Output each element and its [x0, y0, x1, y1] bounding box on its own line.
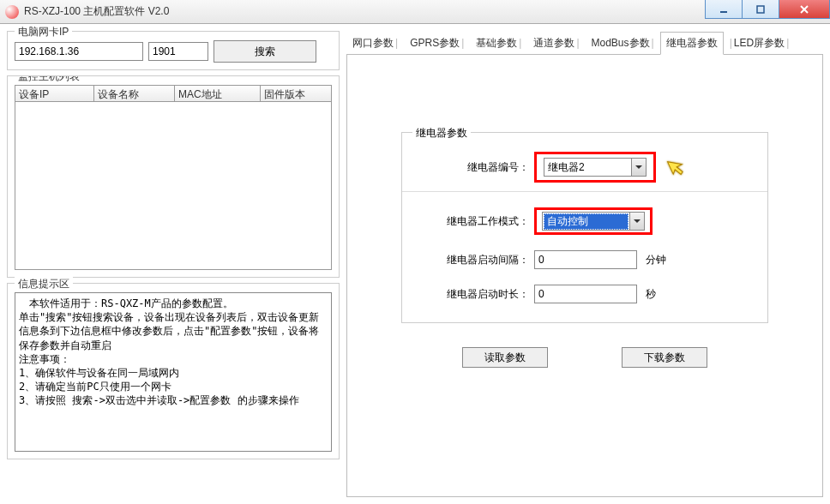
relay-interval-input[interactable]	[534, 250, 637, 269]
port-input[interactable]	[148, 42, 208, 61]
col-name[interactable]: 设备名称	[94, 86, 175, 101]
hostlist-group: 监控主机列表 设备IP 设备名称 MAC地址 固件版本	[7, 75, 340, 278]
close-button[interactable]	[779, 0, 830, 19]
col-ip[interactable]: 设备IP	[15, 86, 94, 101]
tab-gprs[interactable]: GPRS参数|	[404, 32, 470, 55]
search-button[interactable]: 搜索	[214, 40, 316, 63]
tab-modbus[interactable]: ModBus参数|	[586, 32, 660, 55]
relay-interval-label: 继电器启动间隔：	[433, 253, 534, 267]
relay-duration-input[interactable]	[534, 285, 637, 303]
svg-rect-1	[757, 6, 764, 13]
minimize-button[interactable]	[705, 0, 743, 19]
dropdown-icon[interactable]	[629, 213, 644, 230]
relay-id-highlight: 继电器2	[534, 152, 656, 183]
tab-relay[interactable]: 继电器参数	[660, 32, 724, 55]
relay-duration-label: 继电器启动时长：	[433, 287, 534, 302]
read-params-button[interactable]: 读取参数	[462, 347, 548, 368]
tab-channel[interactable]: 通道参数|	[527, 32, 585, 55]
col-mac[interactable]: MAC地址	[175, 86, 261, 101]
maximize-button[interactable]	[742, 0, 779, 19]
tabs: 网口参数| GPRS参数| 基础参数| 通道参数| ModBus参数| 继电器参…	[346, 31, 823, 55]
col-fw[interactable]: 固件版本	[261, 86, 331, 101]
window-title: RS-XZJ-100 主机配置软件 V2.0	[24, 4, 706, 19]
relay-mode-label: 继电器工作模式：	[433, 214, 534, 229]
tab-base[interactable]: 基础参数|	[470, 32, 527, 55]
tab-content: 继电器参数 继电器编号： 继电器2 继电器工作模式：	[346, 55, 823, 497]
netcard-legend: 电脑网卡IP	[15, 25, 72, 39]
hostlist-body[interactable]	[15, 102, 332, 270]
cursor-pointer-icon	[665, 157, 689, 181]
relay-duration-unit: 秒	[646, 287, 656, 302]
dropdown-icon[interactable]	[631, 159, 646, 176]
relay-id-label: 继电器编号：	[433, 160, 534, 175]
download-params-button[interactable]: 下载参数	[622, 347, 707, 368]
relay-id-value: 继电器2	[544, 160, 631, 175]
app-icon	[5, 5, 19, 19]
ip-input[interactable]	[15, 42, 143, 61]
tab-led[interactable]: |LED屏参数|	[724, 32, 796, 55]
relay-legend: 继电器参数	[412, 126, 471, 141]
info-legend: 信息提示区	[15, 277, 73, 291]
relay-group: 继电器参数 继电器编号： 继电器2 继电器工作模式：	[401, 132, 768, 323]
title-bar: RS-XZJ-100 主机配置软件 V2.0	[0, 0, 830, 24]
hostlist-legend: 监控主机列表	[15, 75, 83, 84]
tab-net[interactable]: 网口参数|	[346, 32, 404, 55]
relay-interval-unit: 分钟	[646, 253, 666, 267]
hostlist-header: 设备IP 设备名称 MAC地址 固件版本	[15, 85, 332, 102]
window-controls	[706, 0, 830, 23]
info-group: 信息提示区	[7, 283, 340, 459]
relay-id-select[interactable]: 继电器2	[544, 158, 647, 177]
relay-mode-highlight: 自动控制	[534, 207, 653, 235]
relay-mode-value: 自动控制	[544, 213, 629, 230]
info-textarea[interactable]	[15, 292, 332, 452]
netcard-group: 电脑网卡IP 搜索	[7, 31, 340, 70]
relay-mode-select[interactable]: 自动控制	[542, 212, 645, 231]
